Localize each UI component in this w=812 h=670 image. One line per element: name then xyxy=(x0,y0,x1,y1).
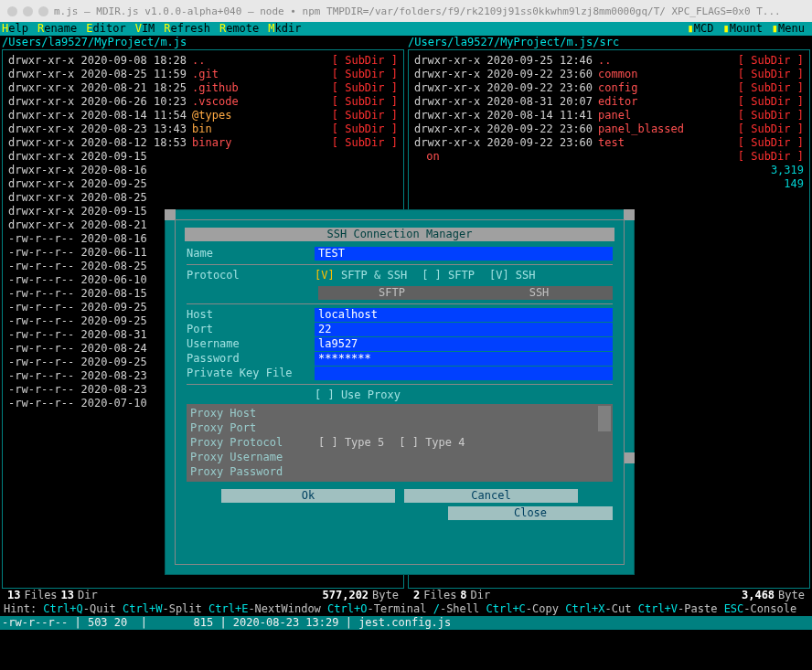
scroll-handle-icon[interactable] xyxy=(624,452,635,463)
status-line: -rw-r--r-- | 503 20 | 815 | 2020-08-23 1… xyxy=(0,616,812,630)
close-button[interactable]: Close xyxy=(448,506,613,520)
keyfile-label: Private Key File xyxy=(187,367,315,380)
zoom-icon[interactable] xyxy=(38,6,48,16)
menubar: Help Rename Editor VIM Refresh Remote Mk… xyxy=(0,22,812,36)
protocol-label: Protocol xyxy=(187,269,315,282)
file-row[interactable]: drwxr-xr-x 2020-08-31 20:07editor[ SubDi… xyxy=(414,95,804,109)
file-row[interactable]: drwxr-xr-x 2020-08-12 18:53binary[ SubDi… xyxy=(8,136,398,150)
protocol-sftp-checkbox[interactable]: [ ] SFTP xyxy=(422,269,475,282)
window-titlebar: m.js — MDIR.js v1.0.0-alpha+040 — node ∙… xyxy=(0,0,812,22)
username-input[interactable]: la9527 xyxy=(315,337,613,351)
name-label: Name xyxy=(187,247,315,261)
file-row[interactable]: drwxr-xr-x 2020-08-14 11:54@types[ SubDi… xyxy=(8,109,398,122)
proxy-user-input[interactable] xyxy=(318,451,609,464)
tab-sftp[interactable]: SFTP xyxy=(318,286,465,300)
proxy-type4-checkbox[interactable]: [ ] Type 4 xyxy=(399,436,465,450)
file-row[interactable]: 3,319 xyxy=(414,164,804,177)
username-label: Username xyxy=(187,337,315,351)
proxy-type5-checkbox[interactable]: [ ] Type 5 xyxy=(318,436,384,450)
hint-bar: Hint: Ctrl+Q-Quit Ctrl+W-Split Ctrl+E-Ne… xyxy=(0,602,812,616)
pathbar: /Users/la9527/MyProject/m.js /Users/la95… xyxy=(0,36,812,49)
password-label: Password xyxy=(187,352,315,366)
menu-menu[interactable]: ▮Menu xyxy=(770,22,807,36)
proxy-port-input[interactable] xyxy=(318,421,609,435)
minimize-icon[interactable] xyxy=(23,6,33,16)
proxy-host-label: Proxy Host xyxy=(190,407,318,420)
file-row[interactable]: drwxr-xr-x 2020-08-21 18:25.github[ SubD… xyxy=(8,81,398,95)
stats-bar: 13 Files 13 Dir 577,202 Byte 2 Files 8 D… xyxy=(0,589,812,602)
menu-rename[interactable]: Rename xyxy=(36,22,79,36)
use-proxy-checkbox[interactable]: [ ] Use Proxy xyxy=(315,388,401,402)
file-row[interactable]: drwxr-xr-x 2020-09-25 12:46..[ SubDir ] xyxy=(414,54,804,68)
file-row[interactable]: drwxr-xr-x 2020-09-08 18:28..[ SubDir ] xyxy=(8,54,398,68)
window-title: m.js — MDIR.js v1.0.0-alpha+040 — node ∙… xyxy=(54,5,781,17)
proxy-section: Proxy Host Proxy Port Proxy Protocol [ ]… xyxy=(187,404,613,482)
file-row[interactable]: drwxr-xr-x 2020-09-22 23:60test[ SubDir … xyxy=(414,136,804,150)
password-input[interactable]: ******** xyxy=(315,352,613,366)
host-input[interactable]: localhost xyxy=(315,308,613,322)
proxy-port-label: Proxy Port xyxy=(190,421,318,435)
menu-mcd[interactable]: ▮MCD xyxy=(686,22,716,36)
file-row[interactable]: drwxr-xr-x 2020-09-22 23:60common[ SubDi… xyxy=(414,68,804,81)
file-row[interactable]: drwxr-xr-x 2020-08-16 xyxy=(8,164,398,177)
close-icon[interactable] xyxy=(7,6,17,16)
file-row[interactable]: 149 xyxy=(414,177,804,191)
host-label: Host xyxy=(187,308,315,322)
ssh-dialog: SSH Connection Manager Name TEST Protoco… xyxy=(165,209,635,575)
proxy-user-label: Proxy Username xyxy=(190,451,318,464)
file-row[interactable]: drwxr-xr-x 2020-06-26 10:23.vscode[ SubD… xyxy=(8,95,398,109)
cancel-button[interactable]: Cancel xyxy=(404,489,578,503)
file-row[interactable]: drwxr-xr-x 2020-08-25 xyxy=(8,191,398,205)
proxy-pass-label: Proxy Password xyxy=(190,465,318,479)
name-input[interactable]: TEST xyxy=(315,247,613,261)
proxy-proto-label: Proxy Protocol xyxy=(190,436,318,450)
menu-refresh[interactable]: Refresh xyxy=(162,22,212,36)
dialog-title: SSH Connection Manager xyxy=(185,228,614,241)
file-row[interactable]: drwxr-xr-x 2020-09-25 xyxy=(8,177,398,191)
file-row[interactable]: drwxr-xr-x 2020-09-22 23:60panel_blassed… xyxy=(414,122,804,136)
file-row[interactable]: drwxr-xr-x 2020-09-15 xyxy=(8,150,398,164)
left-path: /Users/la9527/MyProject/m.js xyxy=(0,36,406,49)
menu-mount[interactable]: ▮Mount xyxy=(721,22,764,36)
tab-ssh[interactable]: SSH xyxy=(465,286,613,300)
proxy-scroll-icon[interactable] xyxy=(598,406,611,431)
proxy-pass-input[interactable] xyxy=(318,465,609,479)
menu-remote[interactable]: Remote xyxy=(218,22,261,36)
menu-help[interactable]: Help xyxy=(0,22,30,36)
port-label: Port xyxy=(187,323,315,336)
file-row[interactable]: drwxr-xr-x 2020-08-14 11:41panel[ SubDir… xyxy=(414,109,804,122)
file-row[interactable]: on[ SubDir ] xyxy=(414,150,804,164)
keyfile-input[interactable] xyxy=(315,367,613,380)
proxy-host-input[interactable] xyxy=(318,407,609,420)
protocol-both-checkbox[interactable]: [V] SFTP & SSH xyxy=(315,269,407,282)
port-input[interactable]: 22 xyxy=(315,323,613,336)
file-row[interactable]: drwxr-xr-x 2020-09-22 23:60config[ SubDi… xyxy=(414,81,804,95)
file-row[interactable]: drwxr-xr-x 2020-08-25 11:59.git[ SubDir … xyxy=(8,68,398,81)
menu-vim[interactable]: VIM xyxy=(134,22,157,36)
scroll-handle-icon[interactable] xyxy=(624,209,635,220)
ok-button[interactable]: Ok xyxy=(221,489,395,503)
menu-mkdir[interactable]: Mkdir xyxy=(266,22,303,36)
right-path: /Users/la9527/MyProject/m.js/src xyxy=(406,36,812,49)
file-row[interactable]: drwxr-xr-x 2020-08-23 13:43bin[ SubDir ] xyxy=(8,122,398,136)
protocol-ssh-checkbox[interactable]: [V] SSH xyxy=(489,269,536,282)
menu-editor[interactable]: Editor xyxy=(84,22,127,36)
